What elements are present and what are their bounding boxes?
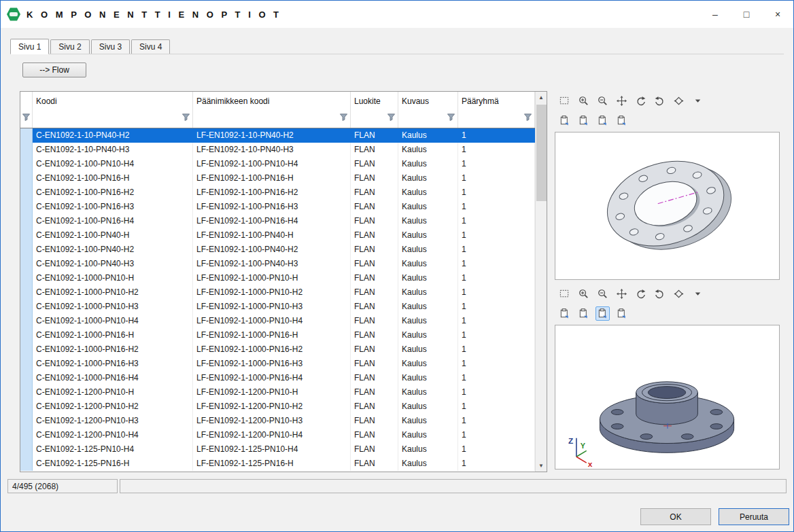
table-row[interactable]: C-EN1092-1-1200-PN10-H2LF-EN1092-1-1200-… (20, 400, 535, 414)
cell-koodi[interactable]: C-EN1092-1-1000-PN10-H3 (33, 300, 193, 314)
cell-paaryhma[interactable]: 1 (458, 157, 535, 171)
table-row[interactable]: C-EN1092-1-1000-PN10-H4LF-EN1092-1-1000-… (20, 314, 535, 328)
cell-paaryhma[interactable]: 1 (458, 214, 535, 228)
cell-koodi[interactable]: C-EN1092-1-1200-PN10-H3 (33, 414, 193, 428)
cell-koodi[interactable]: C-EN1092-1-1000-PN10-H (33, 271, 193, 285)
view-preset-2-icon[interactable] (576, 306, 591, 321)
cell-parent-code[interactable]: LF-EN1092-1-1200-PN10-H4 (193, 428, 351, 442)
cell-kuvaus[interactable]: Kaulus (398, 185, 458, 200)
cell-kuvaus[interactable]: Kaulus (398, 243, 458, 257)
cell-paaryhma[interactable]: 1 (458, 457, 535, 471)
cell-koodi[interactable]: C-EN1092-1-100-PN40-H3 (33, 257, 193, 271)
cell-koodi[interactable]: C-EN1092-1-1200-PN10-H (33, 385, 193, 400)
filter-icon[interactable] (22, 112, 31, 124)
cell-parent-code[interactable]: LF-EN1092-1-100-PN10-H4 (193, 157, 351, 171)
cell-parent-code[interactable]: LF-EN1092-1-1000-PN10-H2 (193, 285, 351, 300)
column-header-paaryhma[interactable]: Pääryhmä (458, 92, 535, 111)
cell-luokite[interactable]: FLAN (351, 342, 398, 357)
cell-parent-code[interactable]: LF-EN1092-1-100-PN16-H (193, 171, 351, 185)
view-preset-1-icon[interactable] (557, 113, 572, 128)
column-header-koodi[interactable]: Koodi (33, 92, 193, 111)
rotate-left-icon[interactable] (634, 94, 648, 108)
cancel-button[interactable]: Peruuta (719, 508, 789, 525)
zoom-in-icon[interactable] (576, 287, 591, 301)
column-header-parent[interactable]: Päänimikkeen koodi (193, 92, 351, 111)
cell-koodi[interactable]: C-EN1092-1-10-PN40-H2 (33, 128, 193, 143)
cell-paaryhma[interactable]: 1 (458, 342, 535, 357)
cell-luokite[interactable]: FLAN (351, 143, 398, 157)
filter-icon[interactable] (339, 112, 348, 124)
cell-luokite[interactable]: FLAN (351, 371, 398, 385)
cell-paaryhma[interactable]: 1 (458, 328, 535, 342)
view-preset-3-icon[interactable] (596, 113, 610, 128)
cell-luokite[interactable]: FLAN (351, 257, 398, 271)
scroll-up-arrow[interactable]: ▲ (536, 92, 547, 103)
cell-paaryhma[interactable]: 1 (458, 128, 535, 143)
cell-luokite[interactable]: FLAN (351, 414, 398, 428)
table-row[interactable]: C-EN1092-1-1200-PN10-H4LF-EN1092-1-1200-… (20, 428, 535, 442)
cell-luokite[interactable]: FLAN (351, 400, 398, 414)
rotate-left-icon[interactable] (634, 287, 648, 301)
cell-kuvaus[interactable]: Kaulus (398, 414, 458, 428)
cell-luokite[interactable]: FLAN (351, 200, 398, 214)
cell-kuvaus[interactable]: Kaulus (398, 200, 458, 214)
rotate-right-icon[interactable] (653, 94, 667, 108)
select-rect-icon[interactable] (557, 287, 572, 301)
rotate-right-icon[interactable] (653, 287, 667, 301)
view-preset-1-icon[interactable] (557, 306, 572, 321)
cell-luokite[interactable]: FLAN (351, 228, 398, 243)
cell-koodi[interactable]: C-EN1092-1-100-PN16-H3 (33, 200, 193, 214)
cell-paaryhma[interactable]: 1 (458, 285, 535, 300)
row-gutter[interactable] (20, 300, 33, 314)
row-gutter[interactable] (20, 171, 33, 185)
filter-icon[interactable] (523, 112, 532, 124)
cell-parent-code[interactable]: LF-EN1092-1-100-PN16-H3 (193, 200, 351, 214)
cell-parent-code[interactable]: LF-EN1092-1-10-PN40-H2 (193, 128, 351, 143)
cell-parent-code[interactable]: LF-EN1092-1-100-PN40-H2 (193, 243, 351, 257)
row-gutter[interactable] (20, 400, 33, 414)
column-header-luokite[interactable]: Luokite (351, 92, 398, 111)
row-gutter[interactable] (20, 328, 33, 342)
cell-luokite[interactable]: FLAN (351, 314, 398, 328)
cell-kuvaus[interactable]: Kaulus (398, 300, 458, 314)
table-row[interactable]: C-EN1092-1-1000-PN10-H3LF-EN1092-1-1000-… (20, 300, 535, 314)
tab-sivu-2[interactable]: Sivu 2 (50, 39, 89, 54)
orbit-icon[interactable] (672, 287, 686, 301)
cell-kuvaus[interactable]: Kaulus (398, 400, 458, 414)
filter-icon[interactable] (387, 112, 396, 124)
table-row[interactable]: C-EN1092-1-1200-PN10-H3LF-EN1092-1-1200-… (20, 414, 535, 428)
filter-icon[interactable] (182, 112, 190, 124)
column-header-kuvaus[interactable]: Kuvaus (398, 92, 458, 111)
zoom-out-icon[interactable] (596, 287, 610, 301)
cell-koodi[interactable]: C-EN1092-1-100-PN16-H (33, 171, 193, 185)
table-row[interactable]: C-EN1092-1-100-PN16-H4LF-EN1092-1-100-PN… (20, 214, 535, 228)
cell-paaryhma[interactable]: 1 (458, 228, 535, 243)
cell-paaryhma[interactable]: 1 (458, 357, 535, 371)
cell-parent-code[interactable]: LF-EN1092-1-1200-PN10-H2 (193, 400, 351, 414)
cell-luokite[interactable]: FLAN (351, 385, 398, 400)
row-gutter[interactable] (20, 385, 33, 400)
cell-parent-code[interactable]: LF-EN1092-1-125-PN10-H4 (193, 442, 351, 457)
cell-parent-code[interactable]: LF-EN1092-1-100-PN16-H4 (193, 214, 351, 228)
cell-koodi[interactable]: C-EN1092-1-1000-PN16-H (33, 328, 193, 342)
cell-kuvaus[interactable]: Kaulus (398, 357, 458, 371)
viewport-2[interactable]: Z Y x (555, 325, 780, 469)
cell-koodi[interactable]: C-EN1092-1-1200-PN10-H2 (33, 400, 193, 414)
cell-koodi[interactable]: C-EN1092-1-1000-PN10-H4 (33, 314, 193, 328)
tab-sivu-4[interactable]: Sivu 4 (131, 39, 170, 54)
viewport-1[interactable] (555, 132, 780, 280)
cell-koodi[interactable]: C-EN1092-1-125-PN10-H4 (33, 442, 193, 457)
cell-koodi[interactable]: C-EN1092-1-100-PN16-H2 (33, 185, 193, 200)
cell-kuvaus[interactable]: Kaulus (398, 328, 458, 342)
cell-koodi[interactable]: C-EN1092-1-10-PN40-H3 (33, 143, 193, 157)
view-preset-4-icon[interactable] (615, 113, 629, 128)
maximize-button[interactable]: □ (731, 1, 762, 28)
cell-luokite[interactable]: FLAN (351, 128, 398, 143)
table-row[interactable]: C-EN1092-1-100-PN40-H3LF-EN1092-1-100-PN… (20, 257, 535, 271)
cell-koodi[interactable]: C-EN1092-1-100-PN10-H4 (33, 157, 193, 171)
cell-parent-code[interactable]: LF-EN1092-1-1200-PN10-H (193, 385, 351, 400)
cell-kuvaus[interactable]: Kaulus (398, 457, 458, 471)
table-row[interactable]: C-EN1092-1-125-PN16-HLF-EN1092-1-125-PN1… (20, 457, 535, 471)
cell-kuvaus[interactable]: Kaulus (398, 371, 458, 385)
cell-luokite[interactable]: FLAN (351, 243, 398, 257)
